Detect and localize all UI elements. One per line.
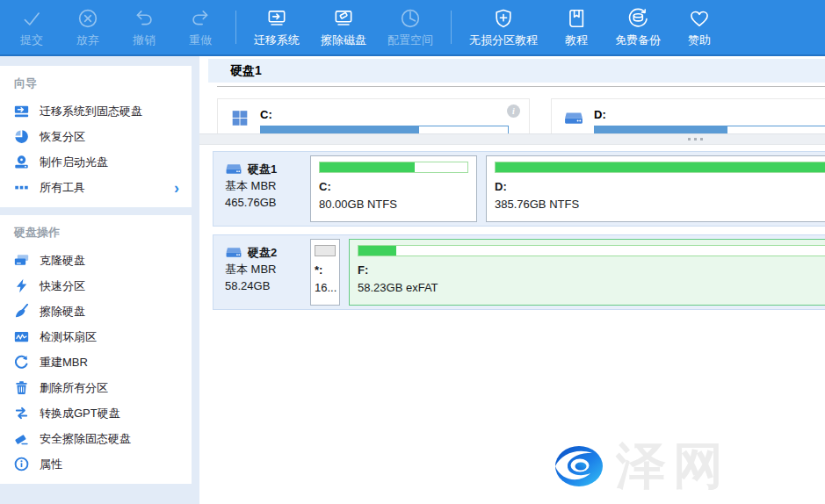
trash-icon bbox=[14, 380, 29, 395]
disk-title: 硬盘2 bbox=[225, 244, 302, 261]
toolbar-separator bbox=[451, 11, 452, 44]
sidebar-item-make-bootable-media[interactable]: 制作启动光盘 bbox=[0, 149, 192, 175]
partitions: C:80.00GB NTFSD:385.76GB NTFS bbox=[302, 152, 825, 226]
migrate-system-icon bbox=[265, 7, 288, 30]
toolbar-button-label: 提交 bbox=[20, 32, 43, 48]
sidebar-item-migrate-os-to-ssd[interactable]: 迁移系统到固态硬盘 bbox=[0, 98, 192, 124]
tab-disk1[interactable]: 硬盘1 bbox=[208, 59, 825, 83]
drive-letter: C: bbox=[260, 108, 509, 121]
ssd-migrate-icon bbox=[14, 104, 29, 119]
disk-info[interactable]: 硬盘2基本 MBR58.24GB bbox=[213, 235, 302, 309]
partition-usage-bar bbox=[358, 245, 825, 256]
drive-card-c[interactable]: C:i bbox=[217, 98, 530, 133]
partition-f[interactable]: F:58.23GB exFAT bbox=[349, 239, 825, 306]
sidebar-section-2: 硬盘操作克隆硬盘快速分区擦除硬盘检测坏扇区重建MBR删除所有分区转换成GPT硬盘… bbox=[0, 215, 192, 484]
shield-plus-icon bbox=[492, 7, 515, 30]
drive-card-body: D: bbox=[552, 99, 825, 133]
partition-letter: C: bbox=[319, 180, 468, 193]
sidebar-item-recover-partition[interactable]: 恢复分区 bbox=[0, 124, 192, 149]
drive-card-text: C: bbox=[260, 108, 509, 133]
splitter-handle[interactable] bbox=[199, 133, 825, 145]
sidebar-item-label: 所有工具 bbox=[40, 180, 85, 196]
partition-size: 16... bbox=[315, 281, 336, 294]
toolbar-button-label: 迁移系统 bbox=[254, 32, 300, 48]
allocate-space-button[interactable]: 配置空间 bbox=[377, 0, 444, 54]
partitions: *:16...F:58.23GB exFAT bbox=[302, 235, 825, 309]
watermark: 泽网 bbox=[551, 441, 730, 491]
sidebar: 向导迁移系统到固态硬盘恢复分区制作启动光盘所有工具›硬盘操作克隆硬盘快速分区擦除… bbox=[0, 56, 192, 504]
sidebar-item-label: 检测坏扇区 bbox=[40, 329, 97, 345]
toolbar-button-label: 无损分区教程 bbox=[469, 32, 538, 48]
backup-icon bbox=[626, 7, 649, 30]
info-circle-icon bbox=[14, 457, 29, 472]
wipe-disk-icon bbox=[332, 7, 355, 30]
windows-logo-icon bbox=[230, 110, 250, 126]
disk-size: 58.24GB bbox=[225, 277, 302, 294]
partition-c[interactable]: C:80.00GB NTFS bbox=[310, 155, 477, 222]
sponsor-button[interactable]: 赞助 bbox=[671, 0, 727, 54]
sidebar-section-title: 向导 bbox=[0, 68, 192, 98]
disk-name: 硬盘1 bbox=[248, 161, 277, 177]
free-backup-button[interactable]: 免费备份 bbox=[604, 0, 671, 54]
commit-button[interactable]: 提交 bbox=[4, 0, 60, 54]
disk-size: 465.76GB bbox=[225, 194, 302, 211]
sidebar-item-label: 属性 bbox=[40, 457, 62, 472]
wipe-disk-button[interactable]: 擦除磁盘 bbox=[310, 0, 377, 54]
partition-size: 58.23GB exFAT bbox=[358, 281, 825, 294]
sidebar-item-delete-all-partitions[interactable]: 删除所有分区 bbox=[0, 375, 192, 400]
all-tools-icon bbox=[14, 180, 29, 195]
partition-letter: *: bbox=[315, 263, 336, 277]
tutorial-button[interactable]: 教程 bbox=[548, 0, 604, 54]
partition-usage-fill bbox=[320, 162, 415, 172]
heart-icon bbox=[688, 7, 711, 30]
partition-manager-window: 提交放弃撤销重做迁移系统擦除磁盘配置空间无损分区教程教程免费备份赞助 向导迁移系… bbox=[0, 0, 825, 504]
sidebar-item-secure-erase-ssd[interactable]: 安全擦除固态硬盘 bbox=[0, 426, 192, 451]
disk-row-2: 硬盘2基本 MBR58.24GB*:16...F:58.23GB exFAT bbox=[213, 234, 825, 310]
partition-star[interactable]: *:16... bbox=[310, 239, 340, 306]
sidebar-item-check-bad-sectors[interactable]: 检测坏扇区 bbox=[0, 324, 192, 349]
toolbar-button-label: 赞助 bbox=[688, 32, 711, 48]
migrate-system-button[interactable]: 迁移系统 bbox=[243, 0, 310, 54]
sidebar-item-convert-to-gpt[interactable]: 转换成GPT硬盘 bbox=[0, 400, 192, 426]
sidebar-item-label: 转换成GPT硬盘 bbox=[40, 406, 120, 421]
usage-bar bbox=[594, 126, 825, 133]
usage-bar-fill bbox=[261, 126, 419, 133]
chevron-right-icon: › bbox=[174, 180, 183, 196]
toolbar-button-label: 撤销 bbox=[133, 32, 156, 48]
pie-icon bbox=[14, 129, 29, 144]
toolbar-button-label: 擦除磁盘 bbox=[321, 32, 366, 48]
lightning-icon bbox=[14, 278, 29, 293]
disk-list: 硬盘1基本 MBR465.76GBC:80.00GB NTFSD:385.76G… bbox=[199, 145, 825, 504]
usage-bar bbox=[260, 126, 509, 133]
toolbar-separator bbox=[235, 11, 236, 44]
sidebar-item-quick-partition[interactable]: 快速分区 bbox=[0, 273, 192, 299]
disk-row-1: 硬盘1基本 MBR465.76GBC:80.00GB NTFSD:385.76G… bbox=[213, 151, 825, 227]
partition-letter: D: bbox=[495, 180, 825, 193]
drive-card-d[interactable]: D: bbox=[551, 98, 825, 133]
partition-usage-fill bbox=[315, 246, 335, 256]
undo-button[interactable]: 撤销 bbox=[116, 0, 172, 54]
toolbar-button-label: 重做 bbox=[189, 32, 212, 48]
sidebar-item-rebuild-mbr[interactable]: 重建MBR bbox=[0, 349, 192, 375]
clone-disk-icon bbox=[14, 253, 29, 268]
sidebar-section-1: 向导迁移系统到固态硬盘恢复分区制作启动光盘所有工具› bbox=[0, 66, 192, 207]
discard-button[interactable]: 放弃 bbox=[60, 0, 116, 54]
partition-tutorial-button[interactable]: 无损分区教程 bbox=[459, 0, 548, 54]
sidebar-item-label: 安全擦除固态硬盘 bbox=[40, 431, 131, 447]
disk-title: 硬盘1 bbox=[225, 161, 302, 177]
sidebar-item-clone-disk[interactable]: 克隆硬盘 bbox=[0, 248, 192, 273]
partition-usage-bar bbox=[319, 162, 468, 173]
drive-letter: D: bbox=[594, 108, 825, 121]
header-divider bbox=[217, 86, 825, 87]
partition-usage-bar bbox=[315, 245, 336, 256]
info-icon[interactable]: i bbox=[507, 104, 520, 118]
sidebar-item-wipe-hard-disk[interactable]: 擦除硬盘 bbox=[0, 299, 192, 324]
partition-usage-bar bbox=[495, 162, 825, 173]
sidebar-item-all-tools[interactable]: 所有工具› bbox=[0, 175, 192, 200]
redo-button[interactable]: 重做 bbox=[172, 0, 228, 54]
partition-d[interactable]: D:385.76GB NTFS bbox=[486, 155, 825, 222]
disk-info[interactable]: 硬盘1基本 MBR465.76GB bbox=[213, 152, 302, 226]
sidebar-item-properties[interactable]: 属性 bbox=[0, 451, 192, 477]
partition-size: 385.76GB NTFS bbox=[495, 198, 825, 211]
sidebar-item-label: 重建MBR bbox=[40, 355, 88, 371]
